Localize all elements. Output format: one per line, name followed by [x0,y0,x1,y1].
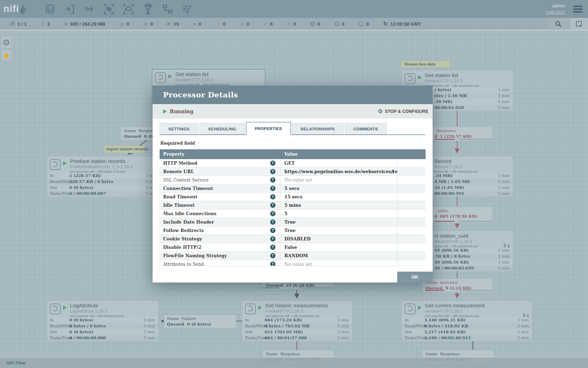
property-row: Max Idle Connections?5 [160,210,426,218]
status-count-stopped: 0 [199,21,202,27]
property-column-header: Property [160,149,280,159]
help-icon[interactable]: ? [270,203,275,208]
processor-get-historic-measurements[interactable]: Get historic measurementsInvokeHTTP 1.16… [242,300,352,341]
status-item-refresh[interactable]: ↻13:00:58 GMT [383,21,421,27]
search-button[interactable] [547,18,569,30]
help-icon[interactable]: ? [270,228,275,233]
status-item-cluster: 1 / 1 [9,21,27,27]
logout-link[interactable]: LOG OUT [546,9,565,15]
property-value-cell: True [280,218,398,226]
processor-name: Get station list [175,71,209,77]
info-icon[interactable]: ℹ [392,168,394,176]
help-icon[interactable]: ? [270,211,275,216]
help-icon[interactable]: ? [270,186,275,191]
dialog-status-row: Running ⚙ STOP & CONFIGURE [153,104,433,118]
canvas-label-ingest-station-records[interactable]: Ingest station records [104,145,145,153]
canvas-label-stream-live-data[interactable]: Stream live-data [401,61,450,68]
property-row: SSL Context Service?No value set [160,176,426,184]
queued-icon: ≡ [64,21,68,27]
pan-hand-button[interactable]: ☝ [1,49,12,61]
help-icon[interactable]: ? [270,236,275,241]
toolbar-process-group-button[interactable] [103,4,114,15]
toolbar-funnel-button[interactable] [142,4,154,15]
stat-period: 5 min [144,329,155,335]
property-name-cell: Cookie Strategy? [160,235,280,243]
connection-name: splits [437,208,448,213]
stat-period: 5 min [498,87,510,93]
processor-name: LogAttribute [70,302,98,308]
tab-scheduling[interactable]: SCHEDULING [200,123,245,135]
properties-table-body: HTTP Method?GETRemote URL?https://www.pe… [160,159,426,266]
toolbar-label-button[interactable] [182,4,193,15]
toolbar-input-port-button[interactable] [64,4,75,15]
processor-get-current-measurement[interactable]: Get current measurementInvokeHTTP 1.16.3… [401,300,532,341]
stop-configure-label: STOP & CONFIGURE [385,109,428,114]
stat-row: In0 (0 bytes)5 min [47,317,158,323]
processor-type: InvokeHTTP 1.16.3 [265,309,303,314]
help-icon[interactable]: ? [270,245,275,250]
help-icon[interactable]: ? [270,161,275,166]
stat-row: Read/Write228.57 KB / 0 bytes5 min [47,179,160,185]
connection-label[interactable]: Name FailureQueued 0 (0 bytes) [164,315,236,328]
tab-settings[interactable]: SETTINGS [160,123,198,135]
component-toolbar [44,4,193,15]
stat-row: Read/Write0 bytes / 703.02 MB5 min [242,323,352,329]
stat-value: 1 (228.57 KB) [69,173,101,179]
property-value: True [285,228,296,233]
processor-type: PublishKafkaRecord_2_6 1.16.3 [70,164,133,169]
ok-button[interactable]: OK [397,272,433,282]
nifi-logo-text: nifi [4,4,19,14]
property-name-cell: Remote URL? [160,168,280,176]
stopped-icon: ■ [193,21,196,26]
help-icon[interactable]: ? [270,194,275,199]
help-icon[interactable]: ? [270,219,275,225]
processor-produce-station-records[interactable]: Produce station recordsPublishKafkaRecor… [47,156,161,196]
properties-table-header: Property Value [160,149,426,159]
global-menu-button[interactable] [573,4,582,14]
stat-row: Tasks/Time1 / 00:00:00.0675 min [47,191,160,197]
stat-value: 0 bytes / 703.02 MB [265,323,310,329]
connection-label[interactable]: Responsed 1 (228.57 KB) [422,127,492,141]
stat-row: In1 (228.57 KB)5 min [47,173,160,179]
property-name-cell: FlowFile Naming Strategy? [160,252,280,260]
connection-label[interactable]: splitsd 685 (178.56 KB) [422,207,492,223]
stat-row: Out0 (0 bytes)5 min [47,329,158,335]
stat-value: 0 / 00:00:00.000 [69,335,106,341]
help-icon[interactable]: ? [270,261,275,266]
processor-icon [405,304,415,314]
connection-name: Name Failure [167,316,196,321]
threads-icon: ⠿ [41,21,45,27]
birdseye-button[interactable] [1,36,12,48]
toolbar-output-port-button[interactable] [84,4,95,15]
property-name-cell: Max Idle Connections? [160,210,280,218]
status-count-up-to-date: 0 [270,21,273,27]
toolbar-processor-button[interactable] [44,4,56,15]
property-value-cell: False [280,243,398,251]
funnel-icon [142,4,154,15]
tab-comments[interactable]: COMMENTS [345,123,387,135]
property-name-cell: Attributes to Send? [160,260,280,266]
stat-period: 5 min [498,105,510,111]
connection-label[interactable]: Queued 25 (6.28 KB) [262,281,334,289]
tab-relationships[interactable]: RELATIONSHIPS [292,123,344,135]
property-name: Max Idle Connections [163,211,216,216]
birdseye-toggle-button[interactable] [569,18,588,30]
properties-table: Property Value HTTP Method?GETRemote URL… [160,149,426,266]
breadcrumb[interactable]: NiFi Flow [6,360,25,366]
stat-row: In664 (173.24 KB)5 min [242,317,352,323]
processor-icon [44,4,56,15]
stat-value: 4 MB / 1.05 MB [434,179,470,185]
compass-icon [3,39,9,46]
stat-row: In3,440 (896.31 KB)5 min [402,317,532,323]
help-icon[interactable]: ? [270,177,275,183]
toolbar-template-button[interactable] [162,4,173,15]
connection-label[interactable]: Name matchedQueued 9 (2.24 KB) [422,279,492,292]
stop-configure-button[interactable]: ⚙ STOP & CONFIGURE [378,109,428,114]
property-extra-cell [397,226,426,234]
processor-logattribute[interactable]: LogAttributeLogAttribute 1.16.3org.apach… [47,300,159,341]
toolbar-remote-process-group-button[interactable] [123,4,134,15]
connection-name: Name Response [425,352,460,356]
help-icon[interactable]: ? [270,169,275,174]
tab-properties[interactable]: PROPERTIES [246,122,291,135]
help-icon[interactable]: ? [270,253,275,258]
